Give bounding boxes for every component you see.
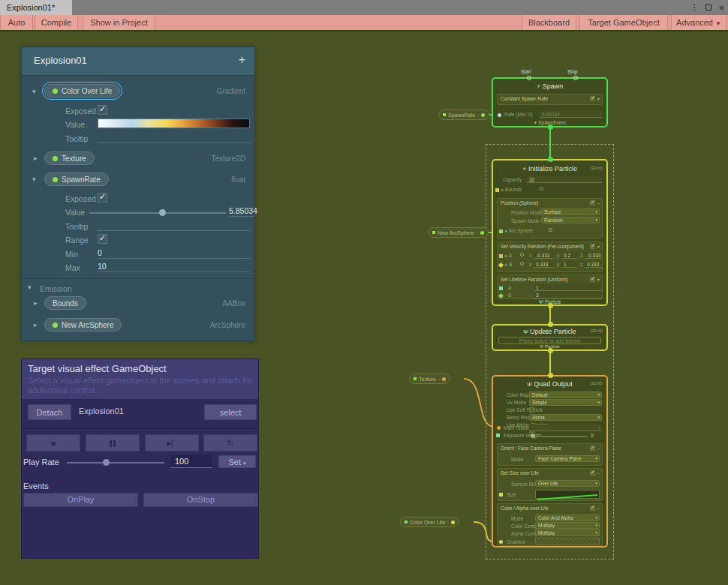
chevron-right-icon[interactable]: ▸ [34, 154, 38, 162]
advanced-dropdown-button[interactable]: Advanced▼ [671, 15, 726, 30]
onstop-button[interactable]: OnStop [143, 493, 258, 507]
auto-button[interactable]: Auto [0, 15, 33, 30]
sample-mode-dropdown[interactable]: Over Life▾ [535, 480, 600, 487]
velocity-a-y-field[interactable]: 0.2 [561, 252, 577, 259]
spawnrate-value-field[interactable]: 5.85034 [229, 206, 254, 217]
orient-block[interactable]: Orient : Face Camera Plane – Mode Face C… [497, 443, 603, 466]
blend-mode-dropdown[interactable]: Alpha▾ [529, 414, 602, 421]
pill-output-port[interactable] [481, 113, 485, 117]
lifetime-b-field[interactable]: 3 [534, 292, 602, 298]
pill-output-port[interactable] [480, 231, 484, 235]
texture-parameter-node[interactable]: Texture ‹ [409, 374, 450, 384]
spawn-output-port[interactable] [548, 124, 553, 130]
exposure-weight-port[interactable] [496, 434, 500, 437]
update-input-port[interactable] [548, 322, 553, 327]
block-collapse-icon[interactable]: – [597, 471, 600, 476]
uv-mode-dropdown[interactable]: Simple▾ [529, 399, 602, 406]
initialize-particle-node[interactable]: ⚡ Initialize Particle (32x6) Capacity 32… [492, 159, 608, 306]
main-texture-input-port[interactable] [497, 426, 501, 430]
spawnrate-slider-thumb[interactable] [159, 209, 166, 216]
block-collapse-icon[interactable]: – [597, 446, 600, 451]
target-gameobject-toggle-button[interactable]: Target GameObject [579, 15, 668, 30]
velocity-b-z-field[interactable]: 0.333 [585, 261, 602, 268]
lifetime-a-port[interactable] [499, 286, 503, 290]
block-enabled-checkbox[interactable] [590, 277, 595, 282]
param-bounds[interactable]: Bounds [44, 296, 86, 310]
constant-spawn-rate-block[interactable]: Constant Spawn Rate ▾ [497, 94, 603, 105]
exposure-weight-thumb[interactable] [531, 434, 535, 438]
onplay-button[interactable]: OnPlay [23, 493, 138, 507]
arc-sphere-input-port[interactable] [499, 230, 503, 233]
category-emission[interactable]: Emission [40, 284, 72, 293]
lifetime-a-field[interactable]: 1 [534, 284, 602, 291]
chevron-right-icon[interactable]: ▸ [34, 299, 38, 307]
color-over-life-parameter-node[interactable]: Color Over Life ‹ [400, 517, 459, 527]
block-collapse-icon[interactable]: ▾ [597, 96, 600, 101]
size-curve-field[interactable] [535, 490, 600, 499]
show-in-project-button[interactable]: Show in Project [83, 15, 155, 30]
block-enabled-checkbox[interactable] [590, 446, 595, 451]
min-field[interactable]: 0 [98, 248, 250, 259]
block-collapse-icon[interactable]: – [597, 201, 600, 206]
velocity-a-x-field[interactable]: -0.333 [534, 252, 554, 259]
window-menu-icon[interactable]: ⋮ [690, 3, 699, 12]
new-arcsphere-parameter-node[interactable]: New ArcSphere ‹ [428, 227, 489, 238]
pause-button[interactable] [86, 434, 140, 452]
block-collapse-icon[interactable]: – [597, 506, 600, 511]
tooltip-field[interactable] [98, 222, 250, 231]
velocity-b-port[interactable] [498, 262, 504, 268]
initialize-output-port[interactable] [548, 303, 553, 308]
blackboard-header[interactable]: Explosion01 + [22, 47, 254, 76]
velocity-a-z-field[interactable]: -0.333 [585, 252, 602, 259]
gradient-value-field[interactable] [98, 118, 250, 128]
set-rate-button[interactable]: Set ▾ [218, 455, 256, 468]
collapse-icon[interactable]: ‹ [477, 112, 479, 117]
collapse-icon[interactable]: ‹ [477, 230, 478, 235]
color-composition-dropdown[interactable]: Multiply▾ [535, 522, 600, 529]
pill-output-port[interactable] [451, 520, 455, 524]
rate-input-port[interactable] [498, 113, 501, 117]
color-alpha-over-life-block[interactable]: Color / Alpha over Life – Mode Color And… [497, 503, 603, 546]
param-spawnrate[interactable]: SpawnRate [44, 172, 109, 186]
exposed-checkbox[interactable] [98, 105, 107, 115]
velocity-b-y-field[interactable]: 1 [561, 261, 577, 268]
collapse-icon[interactable]: ‹ [438, 376, 440, 381]
param-texture[interactable]: Texture [44, 152, 95, 165]
spawn-mode-dropdown[interactable]: Random▾ [541, 217, 600, 224]
position-sphere-block[interactable]: Position (Sphere) – Position Mode Surfac… [497, 198, 603, 238]
spawn-node[interactable]: ⚡ Spawn Constant Spawn Rate ▾ Rate (Min:… [492, 77, 608, 128]
spawn-start-port[interactable] [527, 76, 531, 80]
restart-button[interactable]: ↻ [203, 434, 257, 452]
gradient-field[interactable] [535, 538, 600, 544]
use-soft-particle-checkbox[interactable] [529, 407, 534, 412]
initialize-input-port[interactable] [548, 157, 553, 162]
block-enabled-checkbox[interactable] [590, 506, 595, 511]
param-color-over-life[interactable]: Color Over Life [44, 84, 120, 98]
block-enabled-checkbox[interactable] [590, 96, 595, 101]
chevron-down-icon[interactable]: ▾ [32, 176, 36, 183]
rate-value-field[interactable]: 5.85034 [540, 111, 602, 118]
maximize-icon[interactable] [705, 4, 711, 10]
chevron-right-icon[interactable]: ▸ [34, 321, 38, 328]
quad-output-node[interactable]: Ψ Quad Output (32x6) Color Mapping Mode … [492, 375, 608, 548]
detach-button[interactable]: Detach [28, 404, 71, 420]
bounds-input-port[interactable] [495, 188, 499, 192]
play-rate-thumb[interactable] [103, 459, 110, 466]
pill-output-port[interactable] [442, 377, 446, 381]
max-field[interactable]: 10 [98, 262, 250, 272]
alpha-composition-dropdown[interactable]: Multiply▾ [535, 530, 600, 536]
output-input-port[interactable] [548, 373, 553, 378]
compile-button[interactable]: Compile [35, 15, 78, 30]
range-checkbox[interactable] [98, 234, 107, 244]
add-parameter-button[interactable]: + [239, 53, 245, 67]
exposed-checkbox[interactable] [98, 193, 107, 202]
velocity-random-block[interactable]: Set Velocity Random (Per-component) ▾ ▸ … [497, 242, 603, 272]
color-mode-dropdown[interactable]: Color And Alpha▾ [535, 514, 600, 521]
chevron-down-icon[interactable]: ▾ [32, 88, 36, 95]
block-enabled-checkbox[interactable] [590, 244, 595, 249]
lifetime-b-port[interactable] [498, 293, 504, 298]
capacity-field[interactable]: 32 [527, 176, 602, 183]
close-icon[interactable]: × [718, 3, 724, 13]
spawnrate-parameter-node[interactable]: SpawnRate ‹ [438, 110, 489, 120]
select-button[interactable]: select [204, 404, 257, 420]
